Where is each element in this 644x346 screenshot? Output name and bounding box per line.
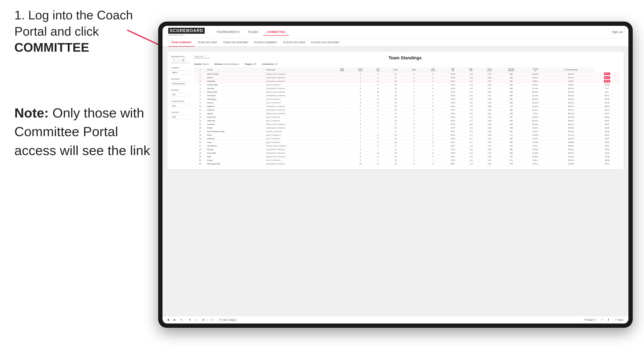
cell-school: Arizona State xyxy=(206,83,265,87)
table-row[interactable]: 14 Oklahoma Big 12 Conference - 2 7 24 2… xyxy=(194,119,620,123)
filter-conference-label: Conference xyxy=(171,100,190,102)
table-row[interactable]: 17 East Tennessee State Southern Confere… xyxy=(194,130,620,133)
table-row[interactable]: 4 Arizona State Pac-12 Conference - 1 9 … xyxy=(194,83,620,87)
table-row[interactable]: 7 Tennessee Southeastern Conference - 4 … xyxy=(194,94,620,97)
cell-rnds: 27 xyxy=(386,72,405,76)
nav-teams[interactable]: TEAMS xyxy=(244,29,262,35)
sub-nav-team-h2h-heatmap[interactable]: TEAM H2H HEATMAP xyxy=(220,38,251,47)
cell-avg-sg: 277.0 xyxy=(443,108,463,112)
cell-points: 80.98 xyxy=(594,83,620,87)
range-slider[interactable] xyxy=(171,63,190,63)
sub-nav-player-h2h-heatmap[interactable]: PLAYER H2H HEATMAP xyxy=(308,38,342,47)
sign-out-link[interactable]: Sign out xyxy=(612,30,623,34)
cell-wins: 1 xyxy=(405,148,423,151)
sub-nav-team-summary[interactable]: TEAM SUMMARY xyxy=(168,38,194,47)
filter-region-select[interactable]: N/A xyxy=(171,93,190,97)
cell-overall: 10-23-0 xyxy=(523,155,548,159)
cell-vs-top25: 23-33-1 xyxy=(548,159,594,162)
cell-avg-rd: 1.85 xyxy=(479,115,500,119)
cell-rank: 10 xyxy=(194,105,206,108)
nav-committee[interactable]: COMMITTEE xyxy=(263,28,290,36)
sub-nav-team-h2h-grid[interactable]: TEAM H2H GRID xyxy=(194,38,220,47)
share-btn[interactable]: ↗ Share xyxy=(612,318,626,322)
cell-rnds: 24 xyxy=(386,137,405,141)
table-row[interactable]: 19 California Pac-12 Conference - 4 8 24… xyxy=(194,137,620,141)
table-row[interactable]: 12 Virginia Atlantic Coast Conference - … xyxy=(194,112,620,115)
cell-wins: 4 xyxy=(405,126,423,130)
cell-rank: 23 xyxy=(194,151,206,155)
sub-nav-player-summary[interactable]: PLAYER SUMMARY xyxy=(251,38,280,47)
table-row[interactable]: 8 Washington Pac-12 Conference - 2 8 23 … xyxy=(194,97,620,101)
cell-rank: 1 xyxy=(194,72,206,76)
cell-extra: -6.2 xyxy=(462,79,479,83)
filter-school-select[interactable]: (All) xyxy=(171,115,190,119)
sub-nav-player-h2h-grid[interactable]: PLAYER H2H GRID xyxy=(280,38,308,47)
cell-extra: -6.0 xyxy=(462,112,479,115)
table-row[interactable]: 20 Texas Big 12 Conference - 3 6 18 1 6 … xyxy=(194,141,620,144)
table-row[interactable]: 24 Duke Atlantic Coast Conference - 5 9 … xyxy=(194,155,620,159)
table-row[interactable]: 1 North Carolina Atlantic Coast Conferen… xyxy=(194,72,620,76)
nav-tournaments[interactable]: TOURNAMENTS xyxy=(212,29,244,35)
cell-rank: 12 xyxy=(194,112,206,115)
cell-adj-score: 0 xyxy=(423,162,443,166)
watch-btn[interactable]: 👁 Watch ▾ xyxy=(582,318,598,322)
table-row[interactable]: 15 Louisiana Atlantic Coast Conference -… xyxy=(194,123,620,126)
toolbar-plus[interactable]: ⊞ xyxy=(200,317,206,323)
table-row[interactable]: 11 Arkansas Southeastern Conference - 6 … xyxy=(194,108,620,112)
toolbar-refresh[interactable]: ↻ xyxy=(179,317,184,323)
table-row[interactable]: 21 New Mexico Mountain West Conference -… xyxy=(194,144,620,148)
table-row[interactable]: 6 Florida State Atlantic Coast Conferenc… xyxy=(194,90,620,94)
cell-conf-rank: 10 xyxy=(351,162,370,166)
toolbar-download[interactable]: ⬇ xyxy=(606,317,611,323)
cell-points: 79.7 xyxy=(594,87,620,90)
toolbar-clock[interactable]: 🕐 xyxy=(209,317,214,323)
cell-school: Arizona xyxy=(206,101,265,105)
filter-gender: Gender Men's xyxy=(171,67,190,75)
table-row[interactable]: 3 Vanderbilt Southeastern Conference - 2… xyxy=(194,79,620,83)
filter-conference-select[interactable]: (All) xyxy=(171,104,190,108)
table-row[interactable]: 18 Illinois Big Ten Conference - 1 8 23 … xyxy=(194,133,620,137)
toolbar-forward[interactable]: ▶ xyxy=(172,317,177,323)
table-row[interactable]: 23 Texas A&M Southeastern Conference - 9… xyxy=(194,151,620,155)
cell-rnds: 27 xyxy=(386,144,405,148)
cell-rnds: 23 xyxy=(386,162,405,166)
toolbar-bookmark[interactable]: + xyxy=(194,317,199,323)
toolbar-sep-3 xyxy=(216,318,216,322)
cell-school: Alabama xyxy=(206,105,265,108)
table-row[interactable]: 22 Georgia Southeastern Conference - 8 7… xyxy=(194,148,620,151)
toolbar-expand[interactable]: ⤢ xyxy=(599,317,604,323)
cell-avg-sg: 279.5 xyxy=(443,159,463,162)
table-row[interactable]: 9 Arizona Pac-12 Conference - 3 8 22 1 4… xyxy=(194,101,620,105)
filter-gender-select[interactable]: Men's xyxy=(171,70,190,75)
cell-avg-sg: 273.6 xyxy=(443,76,463,79)
filter-max-input[interactable] xyxy=(180,58,186,62)
cell-reg-rank: - xyxy=(333,155,351,159)
cell-overall: 11-29-1 xyxy=(523,148,548,151)
cell-wins: 5 xyxy=(405,130,423,133)
table-row[interactable]: 10 Alabama Southeastern Conference - 5 8… xyxy=(194,105,620,108)
cell-rank: 18 xyxy=(194,133,206,137)
table-row[interactable]: 25 Oregon Pac-12 Conference - 5 7 21 2 7… xyxy=(194,159,620,162)
filter-min-input[interactable] xyxy=(171,58,177,62)
cell-no-tour: 9 xyxy=(370,115,386,119)
table-row[interactable]: 5 Ole Miss Southeastern Conference - 3 6… xyxy=(194,87,620,90)
view-original-btn[interactable]: 👁 View: Original xyxy=(218,318,238,322)
filter-division-select[interactable]: NCAA Division I xyxy=(171,81,190,86)
cell-rank: 26 xyxy=(194,162,206,166)
cell-low-score: 266 xyxy=(500,148,523,151)
cell-school: Mississippi State xyxy=(206,162,265,166)
standings-panel: Minimum Rou... — Gender Men's xyxy=(167,52,624,170)
table-row[interactable]: 26 Mississippi State Southeastern Confer… xyxy=(194,162,620,166)
cell-rank: 8 xyxy=(194,97,206,101)
cell-avg-rd: 1.30 xyxy=(479,151,500,155)
table-row[interactable]: 13 Texas Tech Big 12 Conference - 1 9 27… xyxy=(194,115,620,119)
update-time-label: Update time: xyxy=(194,55,210,57)
table-row[interactable]: 16 Florida Southeastern Conference - 7 9… xyxy=(194,126,620,130)
cell-school: Virginia xyxy=(206,112,265,115)
cell-avg-rd: 1.86 xyxy=(479,105,500,108)
cell-reg-rank: - xyxy=(333,105,351,108)
cell-extra: -5.2 xyxy=(462,72,479,76)
toolbar-share-icon[interactable]: ⬆ xyxy=(187,317,192,323)
toolbar-back[interactable]: ◀ xyxy=(165,317,171,323)
table-row[interactable]: 2 Auburn Southeastern Conference - 1 9 2… xyxy=(194,76,620,79)
